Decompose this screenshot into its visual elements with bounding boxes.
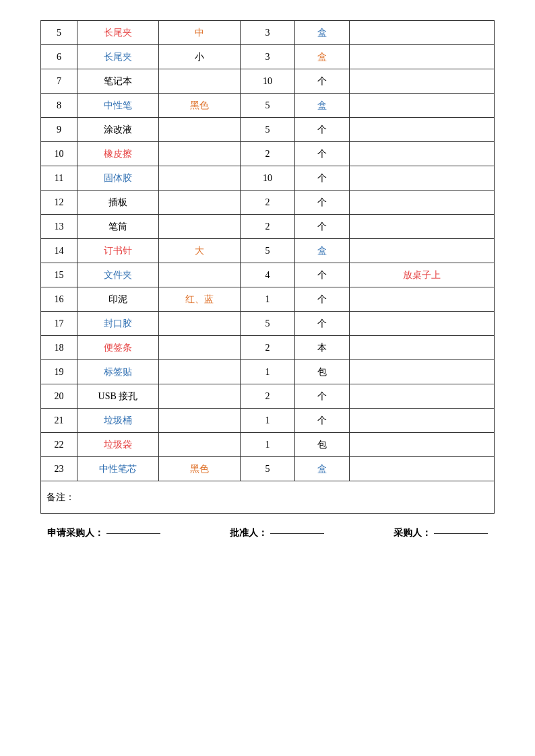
cell-spec [158,409,240,433]
cell-num: 11 [41,166,77,191]
cell-num: 12 [41,191,77,215]
cell-name: 中性笔 [77,94,158,118]
cell-qty: 3 [241,45,295,69]
cell-qty: 1 [241,287,295,312]
cell-num: 13 [41,215,77,239]
cell-num: 20 [41,384,77,409]
cell-qty: 10 [241,166,295,191]
cell-remark [349,142,494,166]
cell-remark [349,384,494,409]
cell-remark [349,239,494,263]
cell-name: 笔记本 [77,69,158,94]
cell-unit: 个 [294,263,349,287]
table-row: 9涂改液5个 [41,118,495,142]
table-row: 13笔筒2个 [41,215,495,239]
cell-name: 长尾夹 [77,21,158,45]
cell-name: USB 接孔 [77,384,158,409]
cell-spec [158,191,240,215]
cell-qty: 5 [241,457,295,481]
cell-remark [349,287,494,312]
cell-qty: 5 [241,239,295,263]
cell-qty: 10 [241,69,295,94]
cell-name: 文件夹 [77,263,158,287]
cell-remark [349,45,494,69]
cell-num: 7 [41,69,77,94]
approver-field: 批准人： [230,527,324,539]
cell-num: 15 [41,263,77,287]
cell-num: 14 [41,239,77,263]
cell-name: 印泥 [77,287,158,312]
cell-remark [349,433,494,457]
table-row: 7笔记本10个 [41,69,495,94]
cell-spec [158,312,240,336]
cell-name: 标签贴 [77,360,158,384]
cell-num: 21 [41,409,77,433]
cell-unit: 个 [294,287,349,312]
cell-num: 8 [41,94,77,118]
table-row: 6长尾夹小3盒 [41,45,495,69]
table-row: 21垃圾桶1个 [41,409,495,433]
cell-unit: 个 [294,409,349,433]
cell-unit: 盒 [294,94,349,118]
cell-remark [349,312,494,336]
cell-spec [158,263,240,287]
cell-spec: 黑色 [158,457,240,481]
cell-unit: 个 [294,191,349,215]
remarks-cell: 备注： [41,481,495,514]
table-container: 5长尾夹中3盒6长尾夹小3盒7笔记本10个8中性笔黑色5盒9涂改液5个10橡皮擦… [40,20,495,514]
cell-spec: 小 [158,45,240,69]
cell-spec [158,142,240,166]
cell-num: 23 [41,457,77,481]
cell-name: 插板 [77,191,158,215]
table-row: 12插板2个 [41,191,495,215]
table-row: 14订书针大5盒 [41,239,495,263]
cell-spec [158,215,240,239]
cell-qty: 4 [241,263,295,287]
cell-num: 10 [41,142,77,166]
cell-name: 橡皮擦 [77,142,158,166]
cell-spec [158,118,240,142]
cell-remark [349,69,494,94]
cell-remark [349,21,494,45]
applicant-field: 申请采购人： [47,527,160,539]
cell-unit: 个 [294,312,349,336]
table-row: 22垃圾袋1包 [41,433,495,457]
cell-qty: 2 [241,384,295,409]
cell-spec: 黑色 [158,94,240,118]
approver-label: 批准人： [230,527,268,539]
cell-spec [158,336,240,360]
cell-unit: 个 [294,166,349,191]
cell-unit: 盒 [294,21,349,45]
cell-unit: 包 [294,360,349,384]
items-table: 5长尾夹中3盒6长尾夹小3盒7笔记本10个8中性笔黑色5盒9涂改液5个10橡皮擦… [40,20,495,514]
cell-spec: 红、蓝 [158,287,240,312]
cell-unit: 个 [294,384,349,409]
cell-unit: 盒 [294,239,349,263]
cell-spec: 中 [158,21,240,45]
cell-name: 笔筒 [77,215,158,239]
applicant-label: 申请采购人： [47,527,104,539]
table-row: 16印泥红、蓝1个 [41,287,495,312]
cell-num: 18 [41,336,77,360]
applicant-line [106,533,160,534]
cell-unit: 本 [294,336,349,360]
footer: 申请采购人： 批准人： 采购人： [40,527,495,539]
approver-line [270,533,324,534]
cell-qty: 5 [241,118,295,142]
cell-unit: 盒 [294,457,349,481]
cell-qty: 1 [241,433,295,457]
cell-qty: 2 [241,336,295,360]
cell-num: 22 [41,433,77,457]
cell-num: 6 [41,45,77,69]
cell-remark [349,409,494,433]
cell-remark [349,166,494,191]
page: 5长尾夹中3盒6长尾夹小3盒7笔记本10个8中性笔黑色5盒9涂改液5个10橡皮擦… [0,0,535,756]
cell-remark: 放桌子上 [349,263,494,287]
table-row: 18便签条2本 [41,336,495,360]
cell-num: 16 [41,287,77,312]
table-row: 19标签贴1包 [41,360,495,384]
cell-unit: 个 [294,142,349,166]
cell-spec [158,166,240,191]
cell-remark [349,457,494,481]
cell-qty: 5 [241,312,295,336]
